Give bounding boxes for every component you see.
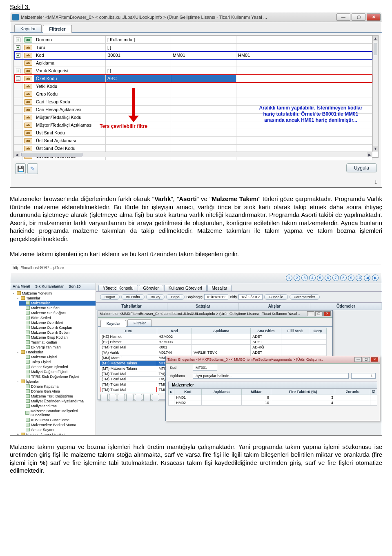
page-number-circle[interactable]: 3 [301, 275, 308, 281]
pager-right-icon[interactable]: ▶ [372, 275, 379, 281]
filter-value-1[interactable]: [ ] [106, 44, 171, 51]
col-turu[interactable]: Türü [100, 328, 157, 334]
filter-value-2[interactable] [171, 59, 236, 67]
tree-node[interactable]: Maliyet Dağıtım Fişleri [19, 369, 96, 374]
pill-buhafta[interactable]: Bu Hafta [121, 294, 145, 300]
page-number-circle[interactable]: 8 [340, 275, 347, 281]
col-fiili-stok[interactable]: Fiili Stok [281, 328, 309, 334]
grid-action-icon[interactable] [126, 394, 134, 401]
tab-gorevler[interactable]: Görevler [139, 285, 163, 291]
filter-value-1[interactable]: [ Kullanımda ] [106, 36, 171, 44]
tree-node[interactable]: Malzeme Türü Değiştirme [19, 394, 96, 399]
scroll-thumb[interactable] [374, 43, 377, 55]
expand-cell[interactable]: + [14, 67, 22, 75]
tree-node[interactable]: -Hareketler [14, 350, 96, 355]
filter-grid[interactable]: + ab Durumu [ Kullanımda ] + ab Türü [ ]… [14, 36, 372, 160]
filter-value-2[interactable] [171, 75, 236, 83]
filter-value-2[interactable] [171, 44, 236, 51]
table-row[interactable]: (HZ) HizmetHZM003ADET [100, 339, 327, 344]
filter-value-2[interactable] [171, 129, 236, 137]
tree-node[interactable]: Ambar Sayımı [19, 427, 96, 432]
table-row[interactable]: (TM) Ticari MalK001AD-KĞ [100, 344, 327, 350]
tab-mesajlar[interactable]: Mesajlar [207, 285, 232, 291]
close-button[interactable]: ✕ [367, 13, 381, 21]
inner-maximize[interactable]: ▢ [315, 311, 323, 316]
collapse-icon[interactable]: - [16, 350, 20, 354]
expand-cell[interactable] [14, 121, 22, 129]
filter-value-1[interactable]: [ ] [106, 67, 171, 75]
expand-icon[interactable]: + [16, 53, 20, 58]
save-icon[interactable]: 💾 [15, 163, 26, 174]
filter-value-2[interactable] [171, 67, 236, 75]
expand-cell[interactable] [14, 59, 22, 67]
expand-cell[interactable]: + [14, 36, 22, 44]
field-kod[interactable]: MT001 [193, 365, 217, 371]
pill-hepsi[interactable]: Hepsi [166, 294, 185, 300]
filter-value-2[interactable] [171, 90, 236, 98]
tree-node[interactable]: Ambar Sayım İşlemleri [19, 364, 96, 369]
tree-node[interactable]: Teslimat Kodları [19, 340, 96, 345]
tree-node[interactable]: Malzeme Fişleri [19, 355, 96, 360]
tree-node[interactable]: +Kayıt ve Atama Listeleri [14, 432, 96, 435]
tree-node[interactable]: -Tanımlar [14, 296, 96, 301]
date-end[interactable]: 18/09/2012 [238, 294, 263, 300]
tree-node[interactable]: Maliyetlendirme [19, 404, 96, 409]
horizontal-scrollbar[interactable]: ◀ ▶ [14, 152, 372, 157]
filter-value-3[interactable] [236, 137, 372, 145]
pill-buay[interactable]: Bu Ay [146, 294, 165, 300]
tree-node[interactable]: Malzeme Sınıfı Ağacı [19, 310, 96, 315]
tab-yonetici[interactable]: Yönetici Konsolu [98, 285, 138, 291]
pill-bugun[interactable]: Bugün [100, 294, 120, 300]
sidebar-tab-son20[interactable]: Son 20 [69, 284, 81, 288]
inner-tab-filtreler[interactable]: Filtreler [127, 319, 152, 326]
expand-cell[interactable]: + [14, 51, 22, 59]
field-aciklama[interactable]: Ayrı parçalar halinde... [193, 373, 349, 379]
expand-icon[interactable]: + [16, 38, 20, 42]
tree-node[interactable]: Maliyet Üzerinden Fiyatlandırma [19, 399, 96, 404]
tree-node[interactable]: Malzemeler [19, 301, 96, 306]
col-kod[interactable]: Kod [157, 328, 192, 334]
table-row[interactable]: HM0183 [169, 395, 377, 400]
filter-value-2[interactable] [171, 145, 236, 152]
col-toggle[interactable]: ▸ [169, 389, 174, 395]
options-icon[interactable]: ✎ [27, 163, 38, 174]
expand-icon[interactable]: + [16, 433, 20, 435]
inner-close[interactable]: ✕ [323, 311, 331, 316]
expand-cell[interactable] [14, 83, 22, 90]
vertical-scrollbar[interactable]: ▲ ▼ [372, 36, 378, 152]
expand-cell[interactable] [14, 106, 22, 114]
inner2-minimize[interactable]: — [354, 357, 362, 362]
filter-value-2[interactable] [171, 98, 236, 106]
inner2-maximize[interactable]: ▢ [363, 357, 370, 362]
filter-value-1[interactable] [106, 129, 171, 137]
tree-node[interactable]: Malzeme Sınıfları [19, 306, 96, 310]
filter-value-3[interactable] [236, 75, 372, 83]
apply-button[interactable]: Uygula [346, 163, 377, 172]
filter-value-1[interactable] [106, 137, 171, 145]
nav-tree[interactable]: -Malzeme Yönetimi-TanımlarMalzemelerMalz… [10, 290, 96, 435]
sidebar-tab-sik[interactable]: Sık Kullanılanlar [35, 284, 64, 288]
tab-kullanici-gorevleri[interactable]: Kullanıcı Görevleri [164, 285, 207, 291]
filter-value-3[interactable]: HM01 [236, 51, 372, 59]
collapse-icon[interactable]: - [16, 380, 20, 384]
inner2-close[interactable]: ✕ [371, 357, 378, 362]
tree-node[interactable]: Talep Fişleri [19, 360, 96, 364]
expand-cell[interactable] [14, 129, 22, 137]
filter-value-3[interactable] [236, 44, 372, 51]
tree-node[interactable]: Dönem Geri Alma [19, 389, 96, 394]
filter-value-2[interactable] [171, 106, 236, 114]
tree-node[interactable]: Malzeme Özellikleri [19, 320, 96, 325]
filter-value-3[interactable] [236, 98, 372, 106]
col-kod[interactable]: Kod [174, 389, 202, 395]
sidebar-tab-ana-menu[interactable]: Ana Menü [13, 284, 30, 288]
inner-minimize[interactable]: — [307, 311, 314, 316]
tree-node[interactable]: Birim Setleri [19, 315, 96, 320]
expand-icon[interactable]: + [16, 69, 20, 73]
maximize-button[interactable]: ▢ [352, 13, 365, 21]
grid-action-icon[interactable] [118, 394, 125, 401]
grid-action-icon[interactable] [152, 394, 159, 401]
col-aciklama[interactable]: Açıklama [201, 389, 241, 395]
filter-value-2[interactable] [171, 36, 236, 44]
col-fire[interactable]: Fire Faktörü (%) [271, 389, 335, 395]
col-check[interactable]: ☑ [370, 389, 377, 395]
